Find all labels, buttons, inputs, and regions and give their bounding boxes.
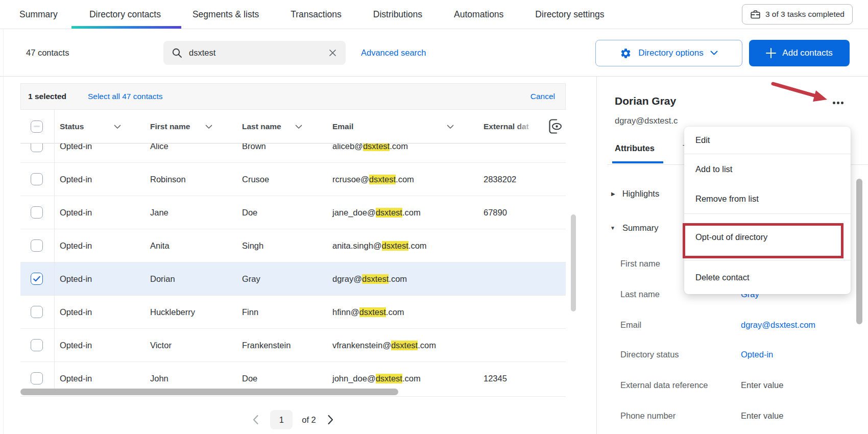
search-term-highlight: dsxtest bbox=[362, 274, 389, 284]
checkmark-icon bbox=[32, 274, 42, 284]
cell-external-data: 12345 bbox=[484, 362, 507, 389]
toolbar: 47 contacts Advanced search Directory op… bbox=[0, 30, 868, 76]
section-summary[interactable]: ▼ Summary bbox=[610, 223, 659, 233]
sort-chevron-icon[interactable] bbox=[447, 125, 454, 129]
cell-first-name: John bbox=[150, 362, 168, 389]
tab-directory-settings[interactable]: Directory settings bbox=[535, 0, 604, 29]
cell-status: Opted-in bbox=[60, 229, 92, 262]
directory-options-button[interactable]: Directory options bbox=[595, 40, 742, 66]
cell-external-data: 67890 bbox=[484, 196, 507, 229]
tasks-completed-button[interactable]: 3 of 3 tasks completed bbox=[742, 4, 853, 25]
current-page-number: 1 bbox=[279, 415, 284, 425]
table-row[interactable]: Opted-inJaneDoejane_doe@dsxtest.com67890 bbox=[20, 196, 566, 229]
current-page-box[interactable]: 1 bbox=[270, 410, 293, 429]
row-checkbox[interactable] bbox=[31, 273, 43, 285]
field-value[interactable]: Opted-in bbox=[741, 350, 773, 359]
sort-chevron-icon[interactable] bbox=[295, 125, 302, 129]
select-all-checkbox[interactable] bbox=[31, 120, 43, 133]
field-row-phone-number: Phone numberEnter value bbox=[597, 411, 868, 423]
add-contacts-button[interactable]: Add contacts bbox=[749, 40, 850, 66]
menu-item-remove-from-list[interactable]: Remove from list bbox=[684, 184, 851, 213]
section-label: Highlights bbox=[622, 189, 659, 199]
tab-automations[interactable]: Automations bbox=[454, 0, 503, 29]
row-checkbox[interactable] bbox=[31, 339, 43, 351]
field-label: First name bbox=[620, 259, 660, 269]
cancel-link[interactable]: Cancel bbox=[531, 92, 555, 101]
select-all-link[interactable]: Select all 47 contacts bbox=[88, 92, 162, 101]
chevron-left-icon bbox=[252, 415, 259, 425]
annotation-arrow bbox=[770, 81, 834, 106]
field-value[interactable]: Enter value bbox=[741, 380, 783, 390]
table-row[interactable]: Opted-inDorianGraydgray@dsxtest.com bbox=[20, 262, 566, 296]
previous-page-button[interactable] bbox=[250, 413, 261, 427]
cell-status: Opted-in bbox=[60, 262, 92, 296]
field-value[interactable]: Enter value bbox=[741, 411, 783, 421]
clear-search-button[interactable] bbox=[328, 48, 337, 58]
tasks-completed-label: 3 of 3 tasks completed bbox=[765, 10, 845, 19]
table-row[interactable]: Opted-inJohnDoejohn_doe@dsxtest.com12345 bbox=[20, 362, 566, 389]
cell-email: dgray@dsxtest.com bbox=[332, 262, 407, 296]
cell-first-name: Victor bbox=[150, 329, 172, 362]
table-row[interactable]: Opted-inRobinsonCrusoercrusoe@dsxtest.co… bbox=[20, 163, 566, 196]
eye-icon bbox=[547, 118, 562, 135]
add-contacts-label: Add contacts bbox=[782, 48, 832, 58]
page-left-edge bbox=[3, 30, 4, 434]
row-checkbox[interactable] bbox=[31, 239, 43, 252]
row-checkbox[interactable] bbox=[31, 173, 43, 185]
indeterminate-dash bbox=[34, 126, 40, 127]
qualtrics-directory-page: SummaryDirectory contactsSegments & list… bbox=[0, 0, 868, 434]
table-row[interactable]: Opted-inHuckleberryFinnhfinn@dsxtest.com bbox=[20, 296, 566, 329]
advanced-search-link[interactable]: Advanced search bbox=[361, 30, 426, 76]
tab-attributes[interactable]: Attributes bbox=[615, 143, 655, 153]
column-header-email[interactable]: Email bbox=[332, 110, 353, 143]
contact-email-subtitle: dgray@dsxtest.c bbox=[615, 116, 678, 126]
tab-segments-lists[interactable]: Segments & lists bbox=[192, 0, 259, 29]
search-box[interactable] bbox=[163, 41, 346, 65]
tab-distributions[interactable]: Distributions bbox=[373, 0, 422, 29]
menu-item-delete-contact[interactable]: Delete contact bbox=[684, 260, 851, 294]
table-row[interactable]: Opted-inVictorFrankensteinvfrankenstein@… bbox=[20, 329, 566, 362]
cell-external-data: 2838202 bbox=[484, 163, 516, 196]
row-checkbox[interactable] bbox=[31, 372, 43, 384]
section-highlights[interactable]: ▶ Highlights bbox=[611, 189, 659, 199]
table-vertical-scrollbar[interactable] bbox=[571, 214, 576, 311]
row-checkbox[interactable] bbox=[31, 306, 43, 318]
cell-status: Opted-in bbox=[60, 163, 92, 196]
tab-transactions[interactable]: Transactions bbox=[291, 0, 342, 29]
field-value[interactable]: dgray@dsxtest.com bbox=[741, 320, 815, 330]
column-header-status[interactable]: Status bbox=[60, 110, 84, 143]
sort-chevron-icon[interactable] bbox=[205, 125, 212, 129]
cell-first-name: Robinson bbox=[150, 163, 186, 196]
table-row[interactable]: Opted-inAliceBrownaliceb@dsxtest.com bbox=[20, 143, 566, 163]
contact-name: Dorian Gray bbox=[615, 95, 676, 107]
panel-scrollbar[interactable] bbox=[856, 179, 862, 324]
menu-item-add-to-list[interactable]: Add to list bbox=[684, 154, 851, 184]
triangle-expanded-icon: ▼ bbox=[610, 225, 615, 231]
column-settings-button[interactable] bbox=[545, 118, 564, 136]
contacts-count: 47 contacts bbox=[26, 30, 69, 76]
table-row[interactable]: Opted-inAnitaSinghanita.singh@dsxtest.co… bbox=[20, 229, 566, 262]
top-nav: SummaryDirectory contactsSegments & list… bbox=[0, 0, 868, 29]
field-row-directory-status: Directory statusOpted-in bbox=[597, 350, 868, 362]
menu-item-edit[interactable]: Edit bbox=[684, 127, 851, 154]
row-checkbox[interactable] bbox=[31, 143, 43, 152]
cell-status: Opted-in bbox=[60, 329, 92, 362]
field-label: External data reference bbox=[620, 380, 708, 390]
next-page-button[interactable] bbox=[325, 413, 336, 427]
column-header-first-name[interactable]: First name bbox=[150, 110, 190, 143]
sort-chevron-icon[interactable] bbox=[114, 125, 121, 129]
tab-directory-contacts[interactable]: Directory contacts bbox=[89, 0, 161, 29]
search-icon bbox=[172, 47, 183, 59]
cell-status: Opted-in bbox=[60, 296, 92, 329]
table-horizontal-scrollbar[interactable] bbox=[20, 389, 398, 395]
contacts-table: 1 selected Select all 47 contacts Cancel… bbox=[20, 83, 566, 434]
dot bbox=[837, 102, 839, 104]
column-label: Email bbox=[332, 122, 353, 131]
cell-email: jane_doe@dsxtest.com bbox=[332, 196, 421, 229]
search-input[interactable] bbox=[189, 48, 322, 58]
tab-summary[interactable]: Summary bbox=[19, 0, 58, 29]
column-header-last-name[interactable]: Last name bbox=[242, 110, 281, 143]
contact-options-menu: EditAdd to listRemove from listOpt-out o… bbox=[684, 127, 851, 294]
row-checkbox[interactable] bbox=[31, 206, 43, 219]
nav-tabs: SummaryDirectory contactsSegments & list… bbox=[19, 0, 605, 29]
